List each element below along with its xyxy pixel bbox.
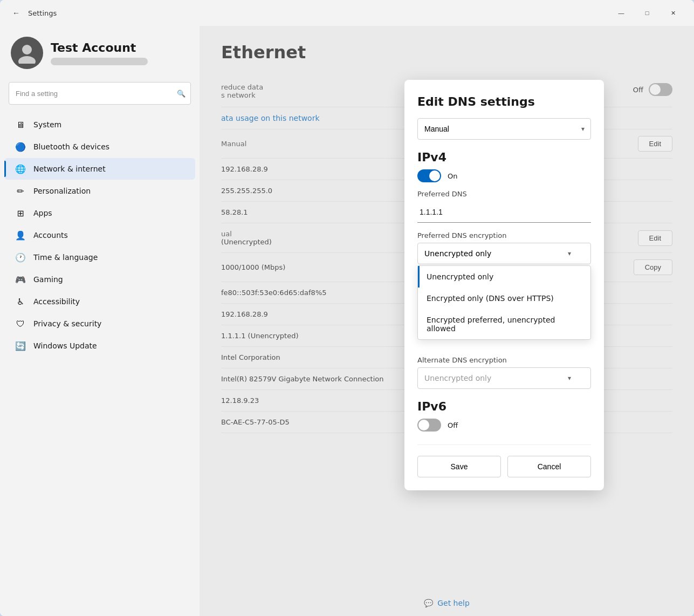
- encryption-dropdown: Unencrypted onlyEncrypted only (DNS over…: [417, 265, 591, 340]
- nav-icon-personalization: ✏️: [15, 186, 26, 196]
- sidebar-item-time[interactable]: 🕐 Time & language: [4, 247, 195, 268]
- ipv6-toggle-label: Off: [448, 421, 458, 429]
- preferred-dns-input[interactable]: [417, 201, 591, 223]
- ipv4-toggle-row: On: [417, 169, 591, 182]
- nav-label-network: Network & internet: [33, 165, 106, 173]
- nav-icon-privacy: 🛡: [15, 318, 26, 329]
- settings-window: ← Settings — □ ✕ Test Account: [0, 0, 694, 616]
- sidebar-item-apps[interactable]: ⊞ Apps: [4, 202, 195, 224]
- nav-icon-accounts: 👤: [15, 230, 26, 241]
- enc-chevron-icon: ▾: [568, 250, 571, 257]
- preferred-dns-label: Preferred DNS: [417, 190, 591, 198]
- sidebar-item-privacy[interactable]: 🛡 Privacy & security: [4, 313, 195, 334]
- sidebar-item-system[interactable]: 🖥 System: [4, 114, 195, 135]
- mode-select-wrapper: Automatic (DHCP)Manual ▾: [417, 118, 591, 140]
- nav-label-privacy: Privacy & security: [33, 319, 101, 328]
- nav-label-time: Time & language: [33, 253, 98, 262]
- nav-icon-system: 🖥: [15, 119, 26, 130]
- sidebar-item-bluetooth[interactable]: 🔵 Bluetooth & devices: [4, 136, 195, 158]
- save-button[interactable]: Save: [417, 456, 501, 477]
- maximize-button[interactable]: □: [635, 4, 659, 22]
- preferred-enc-value: Unencrypted only: [424, 249, 491, 258]
- dialog-footer: Save Cancel: [417, 444, 591, 477]
- search-input[interactable]: [9, 82, 191, 105]
- preferred-enc-select[interactable]: Unencrypted only ▾: [417, 243, 591, 264]
- sidebar-item-accounts[interactable]: 👤 Accounts: [4, 224, 195, 246]
- main-layout: Test Account 🔍 🖥 System 🔵 Bluetooth & de…: [0, 26, 694, 616]
- nav-icon-gaming: 🎮: [15, 274, 26, 285]
- mode-select[interactable]: Automatic (DHCP)Manual: [417, 118, 591, 140]
- nav-icon-network: 🌐: [15, 163, 26, 174]
- nav-icon-accessibility: ♿: [15, 296, 26, 307]
- preferred-enc-wrapper: Unencrypted only ▾ Unencrypted onlyEncry…: [417, 243, 591, 264]
- nav-icon-bluetooth: 🔵: [15, 141, 26, 152]
- dialog-title: Edit DNS settings: [417, 95, 591, 108]
- dropdown-item-encrypted-only[interactable]: Encrypted only (DNS over HTTPS): [418, 288, 590, 309]
- nav-label-apps: Apps: [33, 209, 52, 217]
- nav-label-personalization: Personalization: [33, 187, 91, 195]
- ipv6-section-header: IPv6: [417, 400, 591, 413]
- close-button[interactable]: ✕: [661, 4, 685, 22]
- nav-icon-windows-update: 🔄: [15, 340, 26, 351]
- preferred-enc-label: Preferred DNS encryption: [417, 231, 591, 239]
- nav-label-bluetooth: Bluetooth & devices: [33, 142, 109, 151]
- alternate-enc-select[interactable]: Unencrypted only ▾: [417, 367, 591, 389]
- window-title: Settings: [28, 9, 609, 17]
- nav-label-windows-update: Windows Update: [33, 341, 97, 350]
- ipv6-toggle-row: Off: [417, 419, 591, 432]
- sidebar-profile: Test Account: [0, 26, 200, 78]
- profile-info: Test Account: [51, 41, 189, 65]
- profile-subtitle: [51, 58, 148, 65]
- edit-dns-dialog: Edit DNS settings Automatic (DHCP)Manual…: [404, 80, 604, 490]
- search-box: 🔍: [9, 82, 191, 105]
- ipv6-toggle[interactable]: [417, 419, 441, 432]
- svg-point-1: [18, 56, 36, 64]
- title-bar: ← Settings — □ ✕: [0, 0, 694, 26]
- ipv4-toggle-label: On: [448, 172, 457, 180]
- sidebar-item-gaming[interactable]: 🎮 Gaming: [4, 269, 195, 290]
- avatar: [11, 37, 43, 69]
- sidebar-item-accessibility[interactable]: ♿ Accessibility: [4, 291, 195, 312]
- svg-point-0: [22, 45, 32, 54]
- alternate-enc-value: Unencrypted only: [424, 374, 491, 382]
- ipv4-section-header: IPv4: [417, 150, 591, 164]
- sidebar-item-personalization[interactable]: ✏️ Personalization: [4, 180, 195, 202]
- nav-label-system: System: [33, 120, 61, 129]
- window-controls: — □ ✕: [609, 4, 685, 22]
- content-area: Ethernet reduce data s network Off ata u…: [200, 26, 694, 616]
- dropdown-item-unencrypted[interactable]: Unencrypted only: [418, 266, 590, 288]
- ipv4-toggle[interactable]: [417, 169, 441, 182]
- search-icon: 🔍: [177, 90, 185, 98]
- alternate-enc-label: Alternate DNS encryption: [417, 356, 591, 364]
- nav-icon-time: 🕐: [15, 252, 26, 263]
- dropdown-item-encrypted-preferred[interactable]: Encrypted preferred, unencrypted allowed: [418, 309, 590, 339]
- nav-label-gaming: Gaming: [33, 275, 63, 284]
- alt-enc-chevron-icon: ▾: [568, 374, 571, 382]
- minimize-button[interactable]: —: [609, 4, 634, 22]
- sidebar-nav: 🖥 System 🔵 Bluetooth & devices 🌐 Network…: [0, 113, 200, 357]
- sidebar-item-network[interactable]: 🌐 Network & internet: [4, 158, 195, 180]
- sidebar-item-windows-update[interactable]: 🔄 Windows Update: [4, 335, 195, 357]
- cancel-button[interactable]: Cancel: [507, 456, 591, 477]
- nav-label-accessibility: Accessibility: [33, 297, 80, 306]
- alternate-enc-wrapper: Unencrypted only ▾: [417, 367, 591, 389]
- profile-name: Test Account: [51, 41, 189, 54]
- sidebar: Test Account 🔍 🖥 System 🔵 Bluetooth & de…: [0, 26, 200, 616]
- back-button[interactable]: ←: [9, 5, 24, 20]
- nav-label-accounts: Accounts: [33, 231, 68, 239]
- nav-icon-apps: ⊞: [15, 208, 26, 218]
